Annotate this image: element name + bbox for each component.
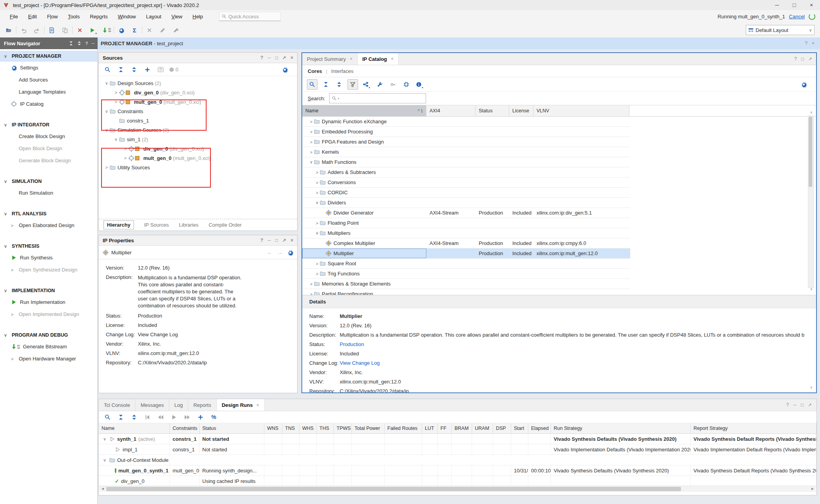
column-header-name[interactable]: Name	[99, 423, 170, 433]
expand-all-icon[interactable]	[77, 41, 82, 46]
column-header-tns[interactable]: TNS	[282, 423, 299, 433]
flow-item-run-implementation[interactable]: Run Implementation	[0, 296, 97, 308]
catalog-row-complex-multiplier[interactable]: Complex Multiplier AXI4-Stream Productio…	[302, 238, 630, 248]
help-panel-icon[interactable]: ?	[786, 402, 789, 408]
chevron-right-icon[interactable]: >	[314, 180, 320, 185]
expand-all-button[interactable]	[129, 65, 139, 75]
chevron-right-icon[interactable]: >	[308, 140, 314, 144]
delete-button[interactable]	[75, 25, 85, 35]
flow-item-create-block-design[interactable]: Create Block Design	[0, 130, 97, 142]
chevron-right-icon[interactable]: >	[122, 146, 128, 151]
menu-help[interactable]: Help	[187, 14, 208, 20]
tab-compile-order[interactable]: Compile Order	[209, 222, 242, 228]
scroll-left-icon[interactable]: ◄	[101, 486, 105, 491]
column-header-failed-routes[interactable]: Failed Routes	[385, 423, 422, 433]
collapse-all-button[interactable]	[116, 65, 126, 75]
scroll-up-icon[interactable]: ∧	[810, 110, 813, 114]
detail-value[interactable]: Production	[340, 341, 804, 347]
float-panel-icon[interactable]: ↗	[808, 402, 812, 408]
generate-bitstream-button[interactable]: 0110	[102, 25, 111, 35]
source-tree-item[interactable]: ∨ Constraints	[99, 106, 297, 116]
chevron-right-icon[interactable]: >	[314, 190, 320, 195]
tab-messages[interactable]: Messages	[135, 399, 169, 411]
chevron-right-icon[interactable]: >	[308, 119, 314, 124]
source-tree-item[interactable]: > div_gen_0 (div_gen_0.xci)	[99, 88, 297, 97]
ip-properties-header[interactable]: IP Properties ?─□↗×	[99, 235, 297, 246]
flow-item-generate-bitstream[interactable]: 0110Generate Bitstream	[0, 341, 97, 353]
catalog-row-dividers[interactable]: ∨Dividers	[302, 198, 630, 208]
catalog-row-conversions[interactable]: >Conversions	[302, 177, 630, 188]
flow-item-add-sources[interactable]: Add Sources	[0, 74, 97, 86]
source-tree-item[interactable]: constrs_1	[99, 116, 297, 125]
expand-all-button[interactable]	[334, 80, 344, 89]
layout-selector[interactable]: Default Layout ∨	[746, 25, 815, 35]
customize-button[interactable]	[375, 80, 385, 89]
go-first-button[interactable]	[143, 412, 152, 422]
catalog-row-divider-generator[interactable]: Divider Generator AXI4-Stream Production…	[302, 208, 630, 218]
tab-interfaces[interactable]: Interfaces	[331, 68, 353, 74]
help-doc-button[interactable]: ?	[156, 65, 166, 75]
design-run-row-mult-gen-0-synth-1[interactable]: mult_gen_0_synth_1 mult_gen_0 Running sy…	[99, 465, 816, 476]
license-key-button[interactable]	[388, 80, 398, 89]
redo-button[interactable]	[32, 25, 42, 35]
catalog-row-cordic[interactable]: >CORDIC	[302, 188, 630, 198]
source-tree-item[interactable]: > Utility Sources	[99, 163, 297, 172]
column-header-report-strategy[interactable]: Report Strategy	[691, 423, 816, 433]
catalog-row-adders-subtracters[interactable]: >Adders & Subtracters	[302, 167, 630, 177]
chevron-right-icon[interactable]: >	[113, 99, 119, 104]
close-tab-icon[interactable]: ×	[391, 56, 394, 62]
chevron-right-icon[interactable]: >	[11, 268, 16, 272]
hide-incompatible-button[interactable]	[348, 79, 358, 90]
collapse-all-button[interactable]	[116, 412, 126, 422]
column-header-bram[interactable]: BRAM	[452, 423, 472, 433]
quick-access-search[interactable]: Quick Access	[219, 12, 281, 21]
tab-design-runs[interactable]: Design Runs×	[217, 399, 265, 411]
help-icon[interactable]: ?	[805, 41, 808, 46]
column-header-status[interactable]: Status	[476, 105, 509, 116]
source-tree-item[interactable]: > mult_gen_0 (mult_gen_0.xci)	[99, 153, 297, 163]
flow-item-run-synthesis[interactable]: Run Synthesis	[0, 252, 97, 264]
menu-layout[interactable]: Layout	[141, 14, 166, 20]
info-button[interactable]: ▾	[415, 80, 424, 89]
chevron-right-icon[interactable]: >	[308, 130, 314, 134]
help-panel-icon[interactable]: ?	[260, 238, 263, 243]
chevron-down-icon[interactable]: ∨	[102, 458, 107, 463]
column-header-run-strategy[interactable]: Run Strategy	[551, 423, 691, 433]
chevron-down-icon[interactable]: ∨	[308, 160, 314, 165]
copy-button[interactable]	[60, 25, 70, 35]
tab-hierarchy[interactable]: Hierarchy	[103, 220, 134, 229]
flow-section-simulation[interactable]: ∨SIMULATION	[0, 176, 97, 187]
column-header-axi4[interactable]: AXI4	[426, 105, 476, 116]
column-header-license[interactable]: License	[509, 105, 533, 116]
catalog-row-embedded-processing[interactable]: >Embedded Processing	[302, 127, 630, 137]
chevron-right-icon[interactable]: >	[11, 357, 16, 361]
edit-button[interactable]	[158, 25, 168, 35]
chevron-right-icon[interactable]: >	[11, 312, 16, 317]
chevron-right-icon[interactable]: >	[314, 261, 320, 266]
chevron-right-icon[interactable]: >	[308, 150, 314, 154]
search-button[interactable]	[103, 412, 112, 422]
maximize-icon[interactable]: □	[786, 0, 803, 10]
column-header-total-power[interactable]: Total Power	[352, 423, 385, 433]
flow-item-ip-catalog[interactable]: IP Catalog	[0, 98, 97, 110]
column-header-ths[interactable]: THS	[317, 423, 334, 433]
device-family-button[interactable]	[401, 80, 411, 89]
column-header-tpws[interactable]: TPWS	[334, 423, 352, 433]
column-header-ff[interactable]: FF	[438, 423, 452, 433]
open-report-button[interactable]	[47, 25, 57, 35]
collapse-all-button[interactable]	[321, 80, 331, 89]
menu-window[interactable]: Window	[113, 14, 141, 20]
source-tree-item[interactable]: ∨ sim_1 (2)	[99, 135, 297, 144]
source-tree-item[interactable]: ∨ Design Sources (2)	[99, 78, 297, 88]
catalog-row-kernels[interactable]: >Kernels	[302, 147, 630, 157]
design-run-row-synth-1[interactable]: ∨synth_1 (active) constrs_1 Not started …	[99, 434, 816, 444]
close-panel-icon[interactable]: ×	[291, 238, 293, 243]
column-header-elapsed[interactable]: Elapsed	[528, 423, 551, 433]
scroll-down-icon[interactable]: ∨	[810, 287, 813, 291]
search-button[interactable]	[307, 79, 317, 90]
vertical-scrollbar[interactable]	[808, 115, 814, 288]
menu-flow[interactable]: Flow	[42, 14, 62, 20]
close-tab-icon[interactable]: ×	[256, 402, 259, 408]
group-by-button[interactable]: ▾	[362, 80, 371, 89]
maximize-panel-icon[interactable]: □	[275, 238, 278, 243]
